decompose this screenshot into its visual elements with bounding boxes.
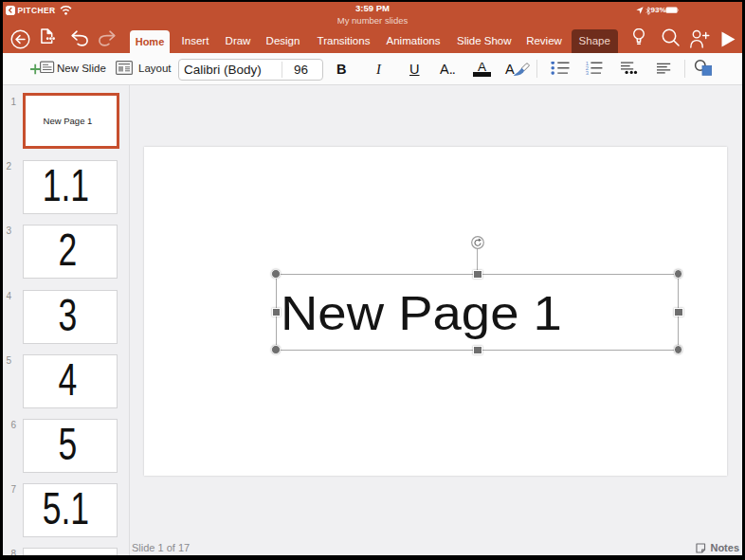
svg-text:3: 3: [585, 70, 589, 76]
